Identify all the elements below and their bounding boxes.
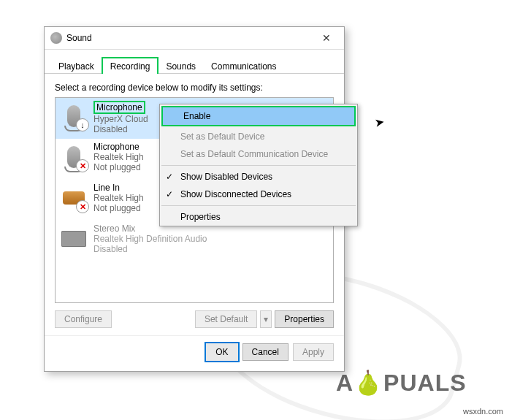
device-sub1: HyperX Cloud: [93, 114, 148, 124]
device-sub1: Realtek High Definition Audio: [93, 234, 330, 244]
set-default-dropdown[interactable]: ▾: [260, 310, 272, 328]
ctx-separator: [161, 165, 356, 166]
device-name: Microphone: [93, 101, 145, 114]
watermark-pre: A: [336, 370, 354, 396]
device-item-stereo-mix[interactable]: Stereo Mix Realtek High Definition Audio…: [56, 221, 333, 261]
ctx-set-comm: Set as Default Communication Device: [160, 145, 357, 163]
ctx-set-default: Set as Default Device: [160, 128, 357, 145]
tab-sounds[interactable]: Sounds: [158, 58, 204, 74]
ok-button[interactable]: OK: [206, 343, 237, 361]
titlebar[interactable]: Sound ✕: [45, 27, 344, 50]
device-sub2: Disabled: [93, 244, 330, 254]
watermark-mid: 🍐: [354, 370, 383, 396]
list-button-row: Configure Set Default ▾ Properties: [55, 310, 334, 328]
tab-communications[interactable]: Communications: [203, 58, 284, 74]
tab-recording[interactable]: Recording: [102, 57, 159, 74]
microphone-icon: ↓: [58, 101, 89, 131]
stereo-mix-icon: [58, 224, 89, 254]
ctx-enable[interactable]: Enable ➤: [163, 107, 354, 125]
cancel-button[interactable]: Cancel: [242, 343, 289, 361]
cursor-icon: ➤: [373, 115, 385, 130]
set-default-button[interactable]: Set Default: [195, 310, 257, 328]
ctx-separator: [161, 205, 356, 206]
down-arrow-badge-icon: ↓: [76, 118, 89, 131]
device-sub2: Disabled: [93, 124, 128, 134]
credit-text: wsxdn.com: [463, 407, 503, 416]
window-title: Sound: [66, 33, 312, 43]
tab-playback[interactable]: Playback: [50, 58, 102, 74]
microphone-icon: ✕: [58, 142, 89, 172]
watermark: A🍐PUALS: [336, 369, 467, 397]
speaker-icon: [50, 32, 62, 44]
tab-row: Playback Recording Sounds Communications: [45, 50, 344, 74]
hint-text: Select a recording device below to modif…: [55, 83, 334, 93]
device-text: Stereo Mix Realtek High Definition Audio…: [93, 224, 330, 254]
error-badge-icon: ✕: [76, 200, 89, 213]
ctx-properties[interactable]: Properties: [160, 208, 357, 226]
context-menu-highlight: Enable ➤: [161, 106, 356, 126]
context-menu: Enable ➤ Set as Default Device Set as De…: [159, 104, 358, 226]
ctx-show-disabled[interactable]: Show Disabled Devices: [160, 168, 357, 186]
properties-button[interactable]: Properties: [275, 310, 334, 328]
apply-button[interactable]: Apply: [293, 343, 334, 361]
close-button[interactable]: ✕: [312, 29, 341, 47]
dialog-button-row: OK Cancel Apply: [45, 335, 344, 371]
error-badge-icon: ✕: [76, 159, 89, 172]
ctx-show-disconnected[interactable]: Show Disconnected Devices: [160, 186, 357, 203]
line-in-icon: ✕: [58, 183, 89, 213]
ctx-enable-label: Enable: [183, 111, 210, 121]
configure-button[interactable]: Configure: [55, 310, 112, 328]
watermark-post: PUALS: [383, 370, 466, 396]
